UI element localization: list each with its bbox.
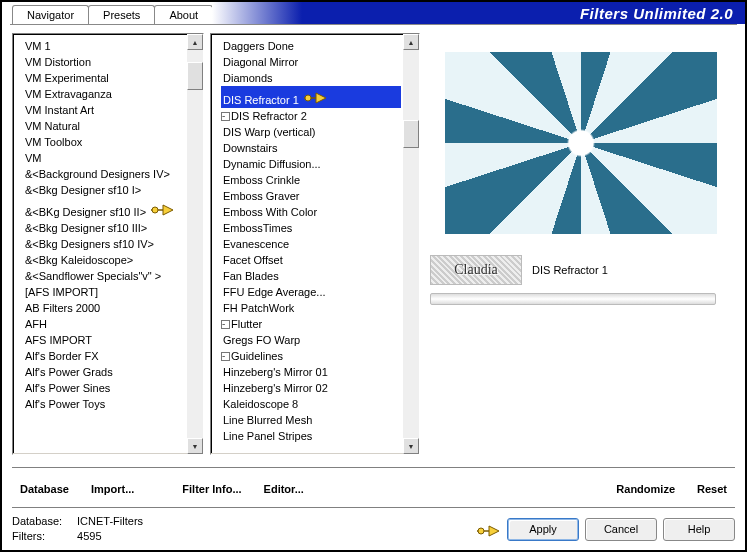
category-item[interactable]: AB Filters 2000	[23, 300, 185, 316]
category-item[interactable]: VM Extravaganza	[23, 86, 185, 102]
footer-buttons: Apply Cancel Help	[472, 518, 735, 541]
category-item[interactable]: &<Bkg Designer sf10 I>	[23, 182, 185, 198]
filter-item[interactable]: Daggers Done	[221, 38, 401, 54]
main-area: VM 1VM DistortionVM ExperimentalVM Extra…	[2, 29, 745, 461]
scroll-track[interactable]	[403, 50, 419, 438]
filter-item[interactable]: Facet Offset	[221, 252, 401, 268]
svg-point-1	[305, 95, 311, 101]
database-button[interactable]: Database	[12, 481, 77, 497]
watermark-text: Claudia	[454, 262, 498, 278]
db-label: Database:	[12, 514, 74, 529]
category-item[interactable]: &<Bkg Kaleidoscope>	[23, 252, 185, 268]
filter-item[interactable]: Kaleidoscope 8	[221, 396, 401, 412]
scroll-up-icon[interactable]: ▲	[403, 34, 419, 50]
scroll-thumb[interactable]	[187, 62, 203, 90]
filter-item[interactable]: Emboss Graver	[221, 188, 401, 204]
filter-scrollbar[interactable]: ▲ ▼	[403, 34, 419, 454]
reset-button[interactable]: Reset	[689, 481, 735, 497]
filter-item[interactable]: DIS Warp (vertical)	[221, 124, 401, 140]
category-item[interactable]: VM 1	[23, 38, 185, 54]
scroll-thumb[interactable]	[403, 120, 419, 148]
category-item[interactable]: AFH	[23, 316, 185, 332]
randomize-button[interactable]: Randomize	[608, 481, 683, 497]
tab-presets[interactable]: Presets	[88, 5, 155, 24]
param-label: DIS Refractor 1	[532, 264, 608, 276]
param-row: Claudia DIS Refractor 1	[426, 253, 735, 287]
filter-item[interactable]: Evanescence	[221, 236, 401, 252]
app-title: Filters Unlimited 2.0	[580, 5, 733, 22]
filter-item[interactable]: DIS Refractor 1	[221, 86, 401, 108]
cancel-button[interactable]: Cancel	[585, 518, 657, 541]
scroll-track[interactable]	[187, 50, 203, 438]
filter-item[interactable]: FH PatchWork	[221, 300, 401, 316]
filter-item[interactable]: Line Blurred Mesh	[221, 412, 401, 428]
category-item[interactable]: &<Sandflower Specials"v" >	[23, 268, 185, 284]
toolbar: Database Import... Filter Info... Editor…	[12, 467, 735, 499]
scroll-down-icon[interactable]: ▼	[187, 438, 203, 454]
category-item[interactable]: VM	[23, 150, 185, 166]
category-item[interactable]: VM Toolbox	[23, 134, 185, 150]
tab-about[interactable]: About	[154, 5, 213, 24]
category-item[interactable]: VM Natural	[23, 118, 185, 134]
footer: Database: ICNET-Filters Filters: 4595 Ap…	[12, 507, 735, 544]
filter-item[interactable]: FFU Edge Average...	[221, 284, 401, 300]
filter-listbox[interactable]: Daggers DoneDiagonal MirrorDiamondsDIS R…	[210, 33, 420, 455]
help-button[interactable]: Help	[663, 518, 735, 541]
filter-item[interactable]: Dynamic Diffusion...	[221, 156, 401, 172]
category-item[interactable]: &<BKg Designer sf10 II>	[23, 198, 185, 220]
preview-area	[426, 33, 735, 253]
filter-item[interactable]: Hinzeberg's Mirror 02	[221, 380, 401, 396]
preview-image	[445, 52, 717, 234]
category-item[interactable]: Alf's Power Toys	[23, 396, 185, 412]
filters-label: Filters:	[12, 529, 74, 544]
slider-row	[426, 287, 735, 305]
category-item[interactable]: &<Bkg Designers sf10 IV>	[23, 236, 185, 252]
category-scrollbar[interactable]: ▲ ▼	[187, 34, 203, 454]
filter-item[interactable]: Emboss Crinkle	[221, 172, 401, 188]
tab-divider	[10, 24, 737, 25]
apply-button[interactable]: Apply	[507, 518, 579, 541]
category-item[interactable]: [AFS IMPORT]	[23, 284, 185, 300]
tab-navigator[interactable]: Navigator	[12, 5, 89, 24]
filter-item[interactable]: Diagonal Mirror	[221, 54, 401, 70]
filter-item[interactable]: Guidelines	[221, 348, 401, 364]
filter-item[interactable]: Line Panel Stripes	[221, 428, 401, 444]
filter-item[interactable]: Downstairs	[221, 140, 401, 156]
filter-item[interactable]: Flutter	[221, 316, 401, 332]
category-item[interactable]: Alf's Border FX	[23, 348, 185, 364]
tab-strip: NavigatorPresetsAbout	[2, 2, 212, 24]
filter-column: Daggers DoneDiagonal MirrorDiamondsDIS R…	[210, 33, 420, 455]
app-window: NavigatorPresetsAbout Filters Unlimited …	[0, 0, 747, 552]
filter-item[interactable]: DIS Refractor 2	[221, 108, 401, 124]
scroll-down-icon[interactable]: ▼	[403, 438, 419, 454]
watermark: Claudia	[430, 255, 522, 285]
category-item[interactable]: VM Instant Art	[23, 102, 185, 118]
filter-item[interactable]: Fan Blades	[221, 268, 401, 284]
footer-info: Database: ICNET-Filters Filters: 4595	[12, 514, 143, 544]
param-slider[interactable]	[430, 293, 716, 305]
category-item[interactable]: &<Background Designers IV>	[23, 166, 185, 182]
category-item[interactable]: AFS IMPORT	[23, 332, 185, 348]
category-column: VM 1VM DistortionVM ExperimentalVM Extra…	[12, 33, 204, 455]
filter-item[interactable]: Gregs FO Warp	[221, 332, 401, 348]
category-list-inner: VM 1VM DistortionVM ExperimentalVM Extra…	[13, 34, 187, 454]
filter-item[interactable]: Diamonds	[221, 70, 401, 86]
filter-info-button[interactable]: Filter Info...	[174, 481, 249, 497]
category-item[interactable]: VM Experimental	[23, 70, 185, 86]
category-item[interactable]: Alf's Power Sines	[23, 380, 185, 396]
scroll-up-icon[interactable]: ▲	[187, 34, 203, 50]
filter-item[interactable]: EmbossTimes	[221, 220, 401, 236]
filter-item[interactable]: Hinzeberg's Mirror 01	[221, 364, 401, 380]
category-listbox[interactable]: VM 1VM DistortionVM ExperimentalVM Extra…	[12, 33, 204, 455]
filter-item[interactable]: Emboss With Color	[221, 204, 401, 220]
pointer-hand-icon	[149, 201, 175, 223]
import-button[interactable]: Import...	[83, 481, 142, 497]
editor-button[interactable]: Editor...	[256, 481, 312, 497]
preview-column: Claudia DIS Refractor 1	[426, 33, 735, 455]
svg-point-2	[478, 528, 484, 534]
category-item[interactable]: VM Distortion	[23, 54, 185, 70]
db-value: ICNET-Filters	[77, 515, 143, 527]
category-item[interactable]: Alf's Power Grads	[23, 364, 185, 380]
filters-value: 4595	[77, 530, 101, 542]
title-bar: Filters Unlimited 2.0	[212, 2, 745, 24]
